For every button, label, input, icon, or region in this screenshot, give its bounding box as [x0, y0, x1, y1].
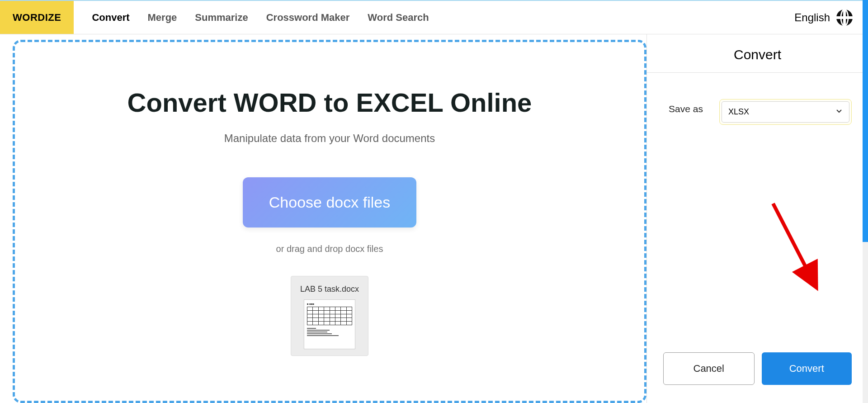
main-content: Convert WORD to EXCEL Online Manipulate …	[0, 34, 868, 403]
language-selector[interactable]: English	[794, 9, 868, 27]
nav-crossword[interactable]: Crossword Maker	[257, 12, 359, 24]
nav-summarize[interactable]: Summarize	[186, 12, 257, 24]
save-as-label: Save as	[669, 104, 703, 114]
page-subtitle: Manipulate data from your Word documents	[224, 132, 435, 145]
format-select[interactable]: XLSX	[722, 101, 849, 123]
file-drop-zone[interactable]: Convert WORD to EXCEL Online Manipulate …	[13, 40, 646, 403]
uploaded-file-name: LAB 5 task.docx	[300, 284, 359, 294]
sidebar-title: Convert	[647, 34, 868, 73]
nav: Convert Merge Summarize Crossword Maker …	[83, 1, 438, 34]
scrollbar[interactable]	[863, 0, 868, 403]
page-title: Convert WORD to EXCEL Online	[127, 87, 532, 118]
nav-convert[interactable]: Convert	[83, 12, 138, 24]
format-select-value: XLSX	[728, 107, 749, 117]
svg-rect-2	[843, 9, 846, 27]
header-bar: WORDIZE Convert Merge Summarize Crosswor…	[0, 0, 868, 34]
chevron-down-icon	[835, 107, 843, 117]
sidebar-body: Save as XLSX	[647, 73, 868, 352]
convert-sidebar: Convert Save as XLSX Cancel Convert	[646, 34, 868, 403]
nav-merge[interactable]: Merge	[139, 12, 186, 24]
language-text: English	[794, 11, 830, 24]
format-select-wrap: XLSX	[719, 99, 852, 125]
logo[interactable]: WORDIZE	[0, 1, 74, 34]
sidebar-footer: Cancel Convert	[647, 352, 868, 403]
nav-wordsearch[interactable]: Word Search	[359, 12, 438, 24]
drop-area-container: Convert WORD to EXCEL Online Manipulate …	[0, 34, 646, 403]
choose-files-button[interactable]: Choose docx files	[243, 177, 416, 228]
scrollbar-thumb[interactable]	[863, 0, 868, 242]
globe-icon	[835, 9, 854, 27]
drag-hint-text: or drag and drop docx files	[276, 244, 383, 254]
cancel-button[interactable]: Cancel	[663, 352, 755, 385]
file-preview-thumbnail: ■ ■■■	[304, 299, 355, 349]
convert-button[interactable]: Convert	[762, 352, 852, 385]
uploaded-file-card[interactable]: LAB 5 task.docx ■ ■■■	[291, 276, 368, 356]
